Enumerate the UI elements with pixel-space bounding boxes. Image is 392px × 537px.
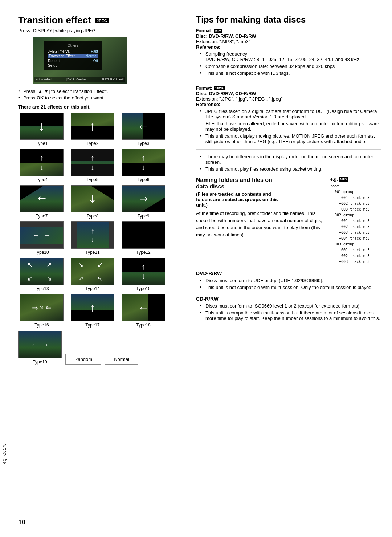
type1-item: ↓ Type1 [18, 113, 65, 146]
type13-item: ↖ ↗ ↙ ↘ Type13 [18, 258, 65, 291]
dvd-rw-bullets: Discs must conform to UDF bridge (UDF 1.… [200, 278, 381, 290]
arrow-left4-icon: ← [31, 341, 38, 349]
divider-1 [196, 81, 381, 81]
arrow-up5-icon: ↑ [91, 227, 94, 235]
bullet-ok: Press OK to select the effect you want. [18, 95, 185, 101]
type3-thumb: ← [122, 113, 165, 140]
eg-tree: root 001 group ─001 track.mp3 ─002 track… [330, 183, 381, 265]
type19-thumb: ← → [18, 331, 62, 358]
type4-thumb: ↑ ↓ [20, 149, 64, 176]
type10-thumb: ← → [20, 221, 64, 249]
menu-box: Others JPEG Interval Fast Transition Eff… [44, 41, 102, 70]
menu-title: Others [48, 44, 98, 48]
type19-label: Type19 [33, 359, 47, 365]
arr-left3-icon: ⇒ [45, 304, 52, 312]
normal-button[interactable]: Normal [105, 354, 138, 365]
type13-thumb: ↖ ↗ ↙ ↘ [20, 258, 64, 285]
arrow-tl-icon: ↖ [27, 261, 37, 269]
type16-thumb: ⇒ ✕ ⇒ [20, 294, 64, 321]
type3-item: ← Type3 [120, 113, 167, 146]
type19-item: ← → Type19 [18, 331, 62, 365]
general-notes: There may be differences in the display … [200, 154, 381, 172]
dvd-rw-bullet-1: Discs must conform to UDF bridge (UDF 1.… [200, 278, 381, 283]
type16-item: ⇒ ✕ ⇒ Type16 [18, 294, 65, 328]
type2-thumb: ↑ [71, 113, 114, 140]
menu-row-repeat: Repeat Off [48, 58, 98, 63]
right-title: Tips for making data discs [196, 15, 381, 25]
type9-thumb: ↗ [122, 185, 165, 212]
arrow-down6-icon: ↓ [142, 272, 146, 281]
type13-label: Type13 [34, 286, 49, 291]
arrow-left-icon: ← [137, 119, 150, 134]
type6-thumb: ↑ ↓ [122, 149, 165, 176]
type10-label: Type10 [34, 250, 49, 255]
type18-label: Type18 [136, 322, 150, 328]
type12-thumb [122, 221, 165, 249]
type7-label: Type7 [36, 213, 48, 219]
note-2: This unit cannot play files recorded usi… [200, 166, 381, 172]
type9-label: Type9 [138, 213, 150, 219]
instruction-bullets: Press [▲ ▼] to select "Transition Effect… [18, 89, 185, 101]
mp3-badge: MP3 [214, 29, 223, 33]
type7-item: ↗ Type7 [18, 185, 65, 219]
jpeg-bullet-1: JPEG files taken on a digital camera tha… [200, 109, 381, 119]
type18-thumb: ← [122, 294, 165, 321]
jpeg-bullet-2: This unit cannot display moving pictures… [200, 133, 381, 144]
type5-label: Type5 [87, 177, 99, 182]
random-button[interactable]: Random [65, 354, 101, 365]
arrow-tr2-icon: ↙ [97, 261, 107, 269]
page-number: 10 [18, 518, 25, 526]
type4-item: ↑ ↓ Type4 [18, 149, 65, 182]
type5-item: ↑ ↓ Type5 [69, 149, 116, 182]
arrow-up4-icon: ↑ [142, 153, 146, 163]
menu-screenshot: Others JPEG Interval Fast Transition Eff… [33, 37, 127, 84]
cd-rw-bullet-2: This unit is compatible with multi-sessi… [200, 310, 381, 321]
arrow-down5-icon: ↓ [91, 235, 94, 244]
format-jpeg-label: Format: JPEG [196, 86, 381, 91]
type8-thumb: ↗ [71, 185, 114, 212]
intro-text: Press [DISPLAY] while playing JPEG. [18, 28, 185, 33]
type11-label: Type11 [85, 250, 99, 255]
arrow-right4-icon: → [42, 341, 49, 349]
eg-title: e.g. MP3 [330, 177, 381, 182]
arrow-tl2-icon: ↘ [78, 261, 88, 269]
type15-label: Type15 [136, 286, 150, 291]
bottom-controls: ← → Type19 Random Normal [18, 331, 185, 365]
naming-title-block: Naming folders and files ondata discs (F… [196, 177, 323, 238]
menu-row-setup: Setup [48, 63, 98, 68]
jpeg-bullet-dash: Files that have been altered, edited or … [200, 121, 381, 132]
menu-row-jpeg: JPEG Interval Fast [48, 49, 98, 54]
arrow-up-icon: ↑ [89, 119, 96, 134]
cd-rw-bullet-1: Discs must conform to ISO9660 level 1 or… [200, 303, 381, 309]
type2-label: Type2 [87, 141, 99, 146]
mp3-ext: Extension: ".MP3", ".mp3" [196, 39, 381, 44]
format-mp3-label: Format: MP3 [196, 28, 381, 33]
dvd-rw-title: DVD-R/RW [196, 270, 381, 276]
arrow-down2-icon: ↓ [40, 163, 44, 172]
arrow-up7-icon: ↑ [90, 301, 95, 314]
menu-row-transition: Transition Effect Normal [48, 54, 98, 58]
note-1: There may be differences in the display … [200, 154, 381, 165]
rqtc-label: RQTC0175 [3, 443, 7, 464]
cd-rw-title: CD-R/RW [196, 296, 381, 302]
arrow-up6-icon: ↑ [142, 262, 146, 272]
arrow-down-icon: ↓ [38, 119, 45, 134]
type14-thumb: ↘ ↙ ↗ ↖ [71, 258, 114, 285]
type6-label: Type6 [138, 177, 150, 182]
type8-label: Type8 [87, 213, 99, 219]
jpeg-disc: Disc: DVD-R/RW, CD-R/RW [196, 91, 381, 96]
type11-thumb: ↑ ↓ [71, 221, 114, 249]
arrow-left3-icon: ← [138, 301, 149, 314]
naming-body: At the time of recording, prefix folder … [196, 210, 323, 238]
types-grid: ↓ Type1 ↑ Type2 ← Type3 [18, 113, 185, 328]
arrow-right2-icon: → [44, 231, 51, 239]
type12-label: Type12 [136, 250, 150, 255]
type6-item: ↑ ↓ Type6 [120, 149, 167, 182]
type7-thumb: ↗ [20, 185, 64, 212]
arrow-up2-icon: ↑ [40, 153, 44, 163]
jpeg-badge: JPEG [95, 18, 109, 23]
left-column: Transition effect JPEG Press [DISPLAY] w… [18, 15, 185, 365]
dvd-rw-bullet-2: This unit is not compatible with multi-s… [200, 285, 381, 290]
arrow-br-icon: ↘ [46, 274, 56, 282]
type18-item: ← Type18 [120, 294, 167, 328]
